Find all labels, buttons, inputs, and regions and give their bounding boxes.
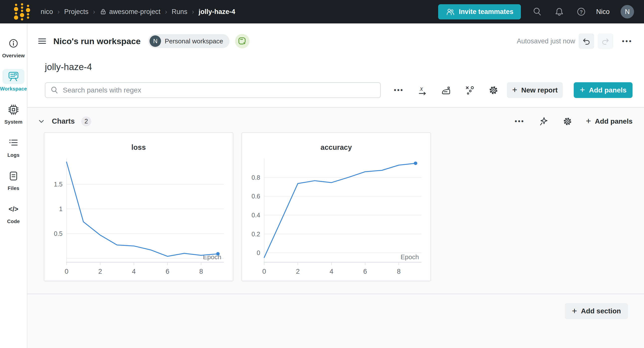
chevron-down-icon[interactable]: [37, 117, 46, 126]
topbar-username[interactable]: Nico: [596, 8, 610, 16]
sparkle-quick-add-icon[interactable]: [537, 116, 549, 128]
search-icon: [50, 86, 59, 94]
svg-text:6: 6: [166, 268, 169, 275]
plus-icon: +: [572, 306, 577, 316]
sidebar-item-code[interactable]: </> Code: [2, 202, 24, 224]
outliers-icon[interactable]: [464, 84, 476, 96]
svg-text:8: 8: [199, 268, 203, 275]
info-icon: [2, 36, 24, 51]
workspace-settings-gear-icon[interactable]: [488, 84, 500, 96]
plus-icon: +: [586, 116, 591, 126]
loss-chart-panel[interactable]: loss 0.511.502468Epoch: [44, 132, 233, 281]
accuracy-chart-panel[interactable]: accuracy 00.20.40.60.802468Epoch: [242, 132, 431, 281]
sidebar-item-system[interactable]: System: [2, 102, 24, 125]
list-icon: [2, 135, 24, 150]
smoothing-iron-icon[interactable]: [440, 84, 452, 96]
charts-section-header: Charts 2 •••: [28, 108, 644, 132]
chart-title: accuracy: [242, 143, 430, 152]
lock-icon: [100, 8, 107, 15]
svg-text:4: 4: [330, 268, 333, 275]
code-icon: </>: [2, 202, 24, 217]
svg-text:2: 2: [98, 268, 102, 275]
x-axis-settings-icon[interactable]: x: [416, 84, 428, 96]
search-panels-input[interactable]: [63, 86, 375, 94]
section-add-panels-button[interactable]: + Add panels: [586, 117, 632, 126]
svg-text:0.4: 0.4: [252, 212, 260, 218]
breadcrumb-separator-icon: ›: [192, 8, 194, 16]
loss-chart[interactable]: 0.511.502468Epoch: [44, 156, 233, 279]
breadcrumb-projects[interactable]: Projects: [64, 8, 89, 16]
run-title-row: jolly-haze-4: [28, 59, 644, 82]
workspace-more-options-icon[interactable]: •••: [622, 38, 632, 45]
svg-text:0.2: 0.2: [252, 230, 260, 238]
breadcrumb: nico › Projects › awesome-project › Runs…: [40, 8, 235, 16]
cpu-chip-icon: [2, 102, 24, 117]
sidebar-item-overview[interactable]: Overview: [2, 36, 25, 58]
plus-icon: +: [512, 85, 517, 95]
svg-text:0: 0: [64, 268, 68, 275]
personal-workspace-badge[interactable]: N Personal workspace: [148, 34, 230, 48]
svg-text:2: 2: [296, 268, 300, 275]
svg-text:0.5: 0.5: [54, 230, 62, 237]
file-icon: [2, 168, 24, 184]
svg-text:4: 4: [132, 268, 136, 275]
people-icon: [446, 7, 455, 16]
invite-teammates-button[interactable]: Invite teammates: [438, 4, 521, 20]
run-sidebar: Overview Workspace: [0, 24, 28, 348]
panels-row: loss 0.511.502468Epoch accuracy 00.20.40…: [28, 132, 644, 281]
breadcrumb-separator-icon: ›: [58, 8, 60, 16]
add-panels-button[interactable]: + Add panels: [574, 82, 632, 98]
sidebar-item-workspace[interactable]: Workspace: [0, 69, 27, 92]
chart-title: loss: [44, 143, 233, 152]
svg-text:6: 6: [363, 268, 367, 275]
autosave-status: Autosaved just now: [517, 38, 575, 45]
breadcrumb-separator-icon: ›: [93, 8, 95, 16]
workspace-avatar: N: [150, 36, 161, 47]
charts-count-badge: 2: [81, 116, 91, 126]
svg-text:x: x: [420, 85, 423, 92]
user-avatar[interactable]: N: [620, 5, 634, 18]
breadcrumb-user[interactable]: nico: [40, 8, 53, 16]
main-content: Nico's run workspace N Personal workspac…: [28, 24, 644, 348]
panel-search: [45, 82, 381, 98]
topbar-right: Invite teammates ? Nico: [438, 4, 634, 20]
svg-text:8: 8: [397, 268, 400, 275]
svg-text:?: ?: [580, 9, 583, 15]
charts-header-actions: ••• +: [515, 116, 632, 128]
new-report-button[interactable]: + New report: [507, 82, 563, 98]
workspace-header: Nico's run workspace N Personal workspac…: [28, 24, 644, 59]
app-root: nico › Projects › awesome-project › Runs…: [0, 0, 644, 348]
svg-text:1.5: 1.5: [54, 181, 62, 188]
charts-section: Charts 2 •••: [28, 107, 644, 294]
accuracy-chart[interactable]: 00.20.40.60.802468Epoch: [242, 156, 430, 279]
panel-more-options-icon[interactable]: •••: [393, 84, 405, 96]
breadcrumb-project[interactable]: awesome-project: [100, 8, 160, 16]
auto-workspace-icon[interactable]: [235, 34, 250, 48]
redo-button[interactable]: [598, 34, 613, 49]
footer-area: + Add section: [28, 294, 644, 348]
workspace-header-right: Autosaved just now •••: [517, 34, 632, 49]
section-more-options-icon[interactable]: •••: [515, 118, 524, 125]
search-icon[interactable]: [532, 6, 543, 17]
section-settings-gear-icon[interactable]: [562, 116, 574, 128]
breadcrumb-run-name[interactable]: jolly-haze-4: [199, 8, 235, 16]
help-icon[interactable]: ?: [576, 6, 587, 17]
sidebar-item-files[interactable]: Files: [2, 168, 24, 191]
workspace-title: Nico's run workspace: [53, 36, 140, 46]
topbar: nico › Projects › awesome-project › Runs…: [0, 0, 644, 24]
breadcrumb-runs[interactable]: Runs: [172, 8, 188, 16]
plus-icon: +: [580, 85, 585, 95]
svg-text:1: 1: [59, 206, 62, 212]
panel-control-icons: ••• x: [393, 84, 500, 96]
hamburger-menu-icon[interactable]: [36, 36, 48, 47]
add-section-button[interactable]: + Add section: [565, 303, 628, 319]
sidebar-item-logs[interactable]: Logs: [2, 135, 24, 158]
wandb-logo-icon[interactable]: [14, 3, 30, 20]
notifications-bell-icon[interactable]: [554, 6, 565, 17]
svg-text:Epoch: Epoch: [400, 253, 419, 261]
panel-controls-row: ••• x: [45, 82, 632, 98]
breadcrumb-separator-icon: ›: [165, 8, 167, 16]
run-title: jolly-haze-4: [45, 62, 92, 72]
charts-section-title[interactable]: Charts: [52, 117, 75, 126]
undo-button[interactable]: [579, 34, 594, 49]
